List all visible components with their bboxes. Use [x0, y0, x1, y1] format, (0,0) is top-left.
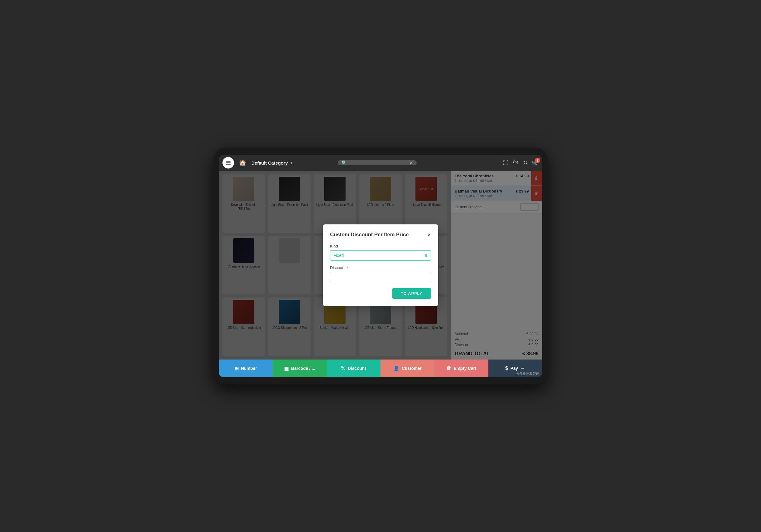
discount-icon: %	[341, 366, 345, 371]
kind-select[interactable]: Fixed Percentage	[330, 250, 431, 260]
number-label: Number	[241, 366, 257, 371]
modal-overlay: Custom Discount Per Item Price × Kind Fi…	[219, 171, 542, 359]
customer-label: Customer	[402, 366, 422, 371]
search-input[interactable]	[349, 160, 407, 165]
no-sync-icon[interactable]	[513, 159, 519, 167]
customer-icon: 👤	[393, 366, 399, 371]
number-icon: ⊞	[235, 366, 239, 371]
modal-close-button[interactable]: ×	[427, 232, 431, 238]
bottom-bar: ⊞ Number ▦ Barcode / ... % Discount 👤 Cu…	[219, 359, 542, 377]
pay-icon: $	[505, 366, 508, 371]
modal-title: Custom Discount Per Item Price	[330, 232, 409, 238]
menu-button[interactable]	[222, 157, 234, 169]
watermark: 头条@开源智造	[516, 371, 539, 376]
top-bar: 🏠 Default Category ▼ 🔍 ✕ ⛶	[219, 155, 542, 171]
cart-badge: 2	[535, 158, 540, 163]
category-selector[interactable]: Default Category ▼	[251, 160, 293, 166]
required-indicator: *	[346, 265, 348, 270]
empty-cart-button[interactable]: 🗑 Empty Cart	[434, 359, 488, 377]
tablet-screen: 🏠 Default Category ▼ 🔍 ✕ ⛶	[219, 155, 542, 377]
tablet-frame: 🏠 Default Category ▼ 🔍 ✕ ⛶	[213, 148, 548, 384]
pay-arrow-icon: →	[520, 366, 525, 371]
discount-button[interactable]: % Discount	[327, 359, 380, 377]
top-icons: ⛶ ↻ 🛒 2	[503, 159, 539, 167]
svg-line-3	[514, 160, 518, 164]
apply-button[interactable]: TO APPLY	[392, 288, 431, 299]
modal-kind-field: Kind Fixed Percentage	[330, 244, 431, 260]
kind-select-wrapper: Fixed Percentage	[330, 250, 431, 260]
search-icon: 🔍	[341, 160, 346, 165]
kind-label: Kind	[330, 244, 431, 248]
main-content: Keychain - Dolphin (851576) Light Stax -…	[219, 171, 542, 359]
modal-footer: TO APPLY	[330, 288, 431, 299]
barcode-button[interactable]: ▦ Barcode / ...	[272, 359, 326, 377]
cart-icon[interactable]: 🛒 2	[532, 159, 539, 166]
category-label: Default Category	[251, 160, 288, 166]
category-arrow-icon: ▼	[290, 161, 293, 165]
pay-label: Pay	[510, 366, 518, 371]
custom-discount-modal: Custom Discount Per Item Price × Kind Fi…	[323, 224, 438, 306]
barcode-label: Barcode / ...	[291, 366, 315, 371]
refresh-icon[interactable]: ↻	[523, 159, 528, 166]
modal-header: Custom Discount Per Item Price ×	[330, 232, 431, 238]
search-bar: 🔍 ✕	[338, 160, 417, 165]
discount-field-label: Discount *	[330, 265, 431, 270]
number-button[interactable]: ⊞ Number	[219, 359, 272, 377]
search-clear-icon[interactable]: ✕	[409, 160, 413, 165]
discount-value-input[interactable]	[330, 272, 431, 282]
fullscreen-icon[interactable]: ⛶	[503, 160, 508, 166]
discount-label: Discount	[348, 366, 366, 371]
empty-cart-label: Empty Cart	[454, 366, 477, 371]
modal-discount-field: Discount *	[330, 265, 431, 282]
home-button[interactable]: 🏠	[236, 158, 249, 168]
barcode-icon: ▦	[284, 366, 289, 371]
customer-button[interactable]: 👤 Customer	[380, 359, 434, 377]
empty-cart-icon: 🗑	[446, 366, 451, 371]
